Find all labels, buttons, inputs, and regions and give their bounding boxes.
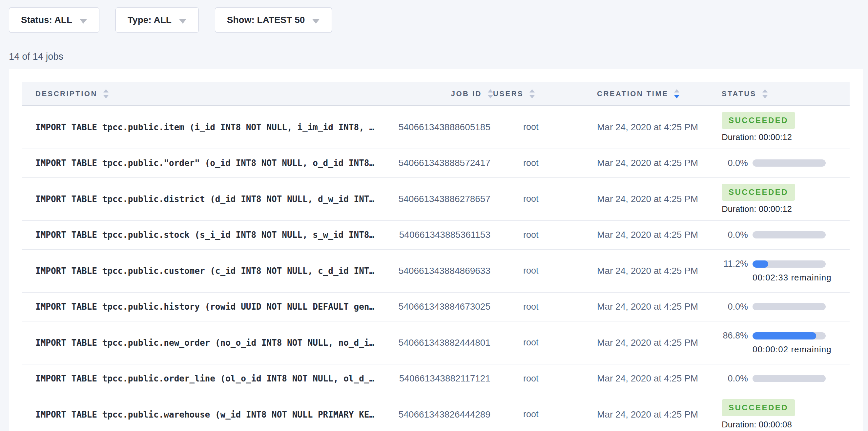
column-header-status[interactable]: STATUS — [722, 82, 849, 105]
job-description: IMPORT TABLE tpcc.public.district (d_id … — [22, 178, 395, 220]
job-user: root — [493, 105, 597, 149]
job-id: 540661343826444289 — [395, 393, 493, 431]
table-row: IMPORT TABLE tpcc.public.order_line (ol_… — [22, 364, 849, 393]
job-user: root — [493, 292, 597, 321]
filter-dropdown-label: Type: ALL — [128, 15, 172, 25]
job-creation-time: Mar 24, 2020 at 4:25 PM — [597, 105, 722, 149]
filter-dropdown-status[interactable]: Status: ALL — [9, 7, 99, 33]
sort-desc-icon — [488, 95, 493, 98]
jobs-table: DESCRIPTIONJOB IDUSERSCREATION TIMESTATU… — [22, 82, 849, 431]
job-user: root — [493, 220, 597, 249]
job-description: IMPORT TABLE tpcc.public.order_line (ol_… — [22, 364, 395, 393]
chevron-down-icon — [80, 19, 87, 24]
job-user: root — [493, 393, 597, 431]
column-header-wrap: CREATION TIME — [597, 89, 679, 98]
column-header-label: JOB ID — [451, 90, 482, 98]
status-badge-succeeded: SUCCEEDED — [722, 184, 795, 201]
sort-arrows — [488, 89, 493, 98]
column-header-label: USERS — [493, 90, 524, 98]
column-header-wrap: DESCRIPTION — [35, 89, 108, 98]
job-user: root — [493, 249, 597, 292]
job-user: root — [493, 321, 597, 364]
progress-bar-track — [752, 231, 826, 239]
filter-dropdown-show[interactable]: Show: LATEST 50 — [215, 7, 332, 33]
job-status-cell: SUCCEEDEDDuration: 00:00:08 — [722, 393, 849, 431]
job-description: IMPORT TABLE tpcc.public.customer (c_id … — [22, 249, 395, 292]
job-status-cell: 0.0% — [722, 364, 849, 393]
table-row: IMPORT TABLE tpcc.public.new_order (no_o… — [22, 321, 849, 364]
progress-percent: 0.0% — [722, 374, 748, 384]
progress-percent: 11.2% — [722, 259, 748, 269]
job-description: IMPORT TABLE tpcc.public.stock (s_i_id I… — [22, 220, 395, 249]
job-id: 540661343888572417 — [395, 149, 493, 178]
column-header-label: CREATION TIME — [597, 90, 668, 98]
time-remaining: 00:00:02 remaining — [752, 344, 849, 355]
job-user: root — [493, 149, 597, 178]
jobs-count-summary: 14 of 14 jobs — [9, 51, 63, 62]
column-header-users[interactable]: USERS — [493, 82, 597, 105]
job-user: root — [493, 364, 597, 393]
job-id: 540661343884869633 — [395, 249, 493, 292]
progress-bar-fill — [752, 332, 816, 339]
job-id: 540661343885361153 — [395, 220, 493, 249]
status-badge-succeeded: SUCCEEDED — [722, 399, 795, 416]
sort-asc-icon — [529, 89, 535, 92]
job-creation-time: Mar 24, 2020 at 4:25 PM — [597, 292, 722, 321]
job-creation-time: Mar 24, 2020 at 4:25 PM — [597, 178, 722, 220]
job-duration: Duration: 00:00:12 — [722, 204, 849, 214]
filter-dropdown-label: Show: LATEST 50 — [227, 15, 305, 25]
job-description: IMPORT TABLE tpcc.public.warehouse (w_id… — [22, 393, 395, 431]
sort-desc-icon — [103, 95, 108, 98]
job-creation-time: Mar 24, 2020 at 4:25 PM — [597, 364, 722, 393]
progress-percent: 0.0% — [722, 302, 748, 312]
progress-line: 11.2% — [722, 259, 849, 269]
sort-arrows — [103, 89, 108, 98]
progress-bar-fill — [752, 260, 768, 268]
progress-bar-track — [752, 303, 826, 310]
job-id: 540661343886278657 — [395, 178, 493, 220]
sort-arrows — [529, 89, 535, 98]
sort-asc-icon — [103, 89, 108, 92]
job-description: IMPORT TABLE tpcc.public.new_order (no_o… — [22, 321, 395, 364]
job-creation-time: Mar 24, 2020 at 4:25 PM — [597, 149, 722, 178]
job-description: IMPORT TABLE tpcc.public.item (i_id INT8… — [22, 105, 395, 149]
job-duration: Duration: 00:00:08 — [722, 420, 849, 430]
job-id: 540661343884673025 — [395, 292, 493, 321]
job-creation-time: Mar 24, 2020 at 4:25 PM — [597, 321, 722, 364]
jobs-table-card: DESCRIPTIONJOB IDUSERSCREATION TIMESTATU… — [9, 69, 863, 431]
job-status-cell: 11.2%00:02:33 remaining — [722, 249, 849, 292]
progress-line: 0.0% — [722, 158, 849, 168]
column-header-wrap: USERS — [493, 89, 535, 98]
job-creation-time: Mar 24, 2020 at 4:25 PM — [597, 393, 722, 431]
job-duration: Duration: 00:00:12 — [722, 132, 849, 142]
table-row: IMPORT TABLE tpcc.public.district (d_id … — [22, 178, 849, 220]
column-header-job_id[interactable]: JOB ID — [395, 82, 493, 105]
job-status-cell: 0.0% — [722, 149, 849, 178]
chevron-down-icon — [312, 19, 320, 24]
table-row: IMPORT TABLE tpcc.public.stock (s_i_id I… — [22, 220, 849, 249]
progress-bar-track — [752, 375, 826, 382]
job-id: 540661343882117121 — [395, 364, 493, 393]
progress-bar-track — [752, 260, 826, 268]
job-creation-time: Mar 24, 2020 at 4:25 PM — [597, 220, 722, 249]
progress-line: 86.8% — [722, 331, 849, 341]
sort-asc-icon — [488, 89, 493, 92]
job-status-cell: SUCCEEDEDDuration: 00:00:12 — [722, 105, 849, 149]
chevron-down-icon — [179, 19, 187, 24]
job-id: 540661343888605185 — [395, 105, 493, 149]
progress-percent: 0.0% — [722, 158, 748, 168]
progress-line: 0.0% — [722, 374, 849, 384]
column-header-description[interactable]: DESCRIPTION — [22, 82, 395, 105]
job-description: IMPORT TABLE tpcc.public.history (rowid … — [22, 292, 395, 321]
table-row: IMPORT TABLE tpcc.public.history (rowid … — [22, 292, 849, 321]
job-user: root — [493, 178, 597, 220]
progress-percent: 86.8% — [722, 331, 748, 341]
sort-desc-icon — [763, 95, 768, 98]
filter-dropdown-type[interactable]: Type: ALL — [116, 7, 199, 33]
job-status-cell: SUCCEEDEDDuration: 00:00:12 — [722, 178, 849, 220]
job-id: 540661343882444801 — [395, 321, 493, 364]
table-row: IMPORT TABLE tpcc.public.warehouse (w_id… — [22, 393, 849, 431]
table-row: IMPORT TABLE tpcc.public."order" (o_id I… — [22, 149, 849, 178]
column-header-creation_time[interactable]: CREATION TIME — [597, 82, 722, 105]
progress-bar-track — [752, 159, 826, 166]
